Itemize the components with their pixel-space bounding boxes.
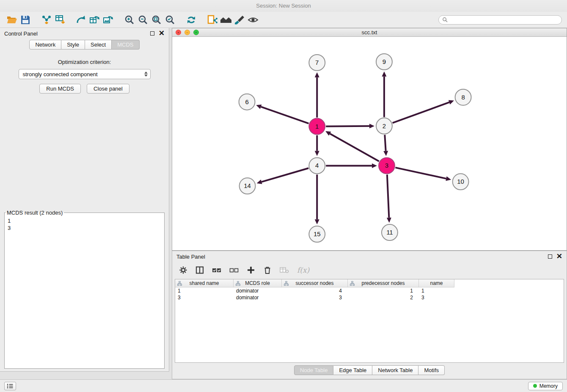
save-session-button[interactable] xyxy=(19,13,32,27)
tab-node-table[interactable]: Node Table xyxy=(294,365,334,375)
graph-edge-4-15[interactable] xyxy=(315,174,319,224)
graph-edge-3-11[interactable] xyxy=(387,174,391,223)
new-table-button[interactable] xyxy=(88,13,102,27)
cell-predecessor-nodes[interactable]: 1 xyxy=(348,287,419,294)
apply-style-button[interactable] xyxy=(233,13,246,27)
deselect-all-button[interactable] xyxy=(229,267,239,273)
svg-text:2: 2 xyxy=(383,122,386,130)
svg-text:3: 3 xyxy=(385,162,388,169)
tab-edge-table[interactable]: Edge Table xyxy=(333,365,372,375)
graph-edge-1-6[interactable] xyxy=(256,105,308,124)
graph-edge-1-7[interactable] xyxy=(315,72,319,118)
home-button[interactable] xyxy=(219,13,233,27)
graph-node-4[interactable]: 4 xyxy=(309,157,325,174)
close-table-panel-icon[interactable]: ✕ xyxy=(556,254,562,259)
column-header-shared-name[interactable]: shared name xyxy=(175,279,234,287)
graph-node-3[interactable]: 3 xyxy=(379,157,395,174)
zoom-in-button[interactable] xyxy=(123,13,136,27)
add-row-button[interactable] xyxy=(247,266,255,274)
cell-mcds-role[interactable]: dominator xyxy=(234,294,282,301)
cell-name[interactable]: 1 xyxy=(419,287,454,294)
select-all-button[interactable] xyxy=(212,267,221,273)
zoom-fit-button[interactable] xyxy=(150,13,163,27)
graph-edge-1-4[interactable] xyxy=(315,135,319,156)
cell-successor-nodes[interactable]: 3 xyxy=(282,294,348,301)
import-network-button[interactable] xyxy=(40,13,53,27)
graph-node-14[interactable]: 14 xyxy=(239,178,256,194)
control-panel: Control Panel ✕ Network Style Select MCD… xyxy=(0,28,169,372)
graph-node-9[interactable]: 9 xyxy=(376,54,392,70)
graph-edge-3-10[interactable] xyxy=(395,168,451,181)
graph-edge-2-3[interactable] xyxy=(383,135,388,156)
graph-edge-4-14[interactable] xyxy=(257,168,309,184)
svg-text:7: 7 xyxy=(315,59,319,66)
graph-edge-3-1[interactable] xyxy=(325,131,379,161)
tab-style[interactable]: Style xyxy=(61,40,85,50)
table-row[interactable]: 3 dominator 3 2 3 xyxy=(175,294,564,301)
cell-predecessor-nodes[interactable]: 2 xyxy=(348,294,419,301)
memory-status-icon xyxy=(533,384,537,388)
columns-icon xyxy=(195,266,204,274)
zoom-out-button[interactable] xyxy=(136,13,150,27)
graph-node-6[interactable]: 6 xyxy=(239,94,255,110)
table-panel: Table Panel ✕ xyxy=(172,251,567,379)
run-mcds-button[interactable]: Run MCDS xyxy=(39,84,81,94)
open-network-file-button[interactable] xyxy=(206,13,219,27)
graph-edge-4-3[interactable] xyxy=(326,163,377,168)
graph-edge-2-9[interactable] xyxy=(382,72,386,117)
function-builder-button[interactable]: f(x) xyxy=(297,266,309,274)
close-panel-icon[interactable]: ✕ xyxy=(159,30,165,36)
show-columns-button[interactable] xyxy=(195,266,204,274)
show-panels-button[interactable] xyxy=(4,382,16,390)
column-header-mcds-role[interactable]: MCDS role xyxy=(234,279,282,287)
graph-edge-2-8[interactable] xyxy=(393,100,454,123)
float-panel-icon[interactable] xyxy=(150,31,154,36)
graph-node-2[interactable]: 2 xyxy=(376,118,392,134)
network-canvas[interactable]: 7968124314101511 xyxy=(172,37,567,250)
table-settings-button[interactable] xyxy=(179,266,187,274)
cell-successor-nodes[interactable]: 4 xyxy=(282,287,348,294)
graph-node-10[interactable]: 10 xyxy=(453,174,469,190)
delete-row-button[interactable] xyxy=(263,266,272,274)
status-bar: Memory xyxy=(0,379,567,392)
folder-open-icon xyxy=(6,14,17,25)
network-view-window: scc.txt × − + 7968124314101511 xyxy=(172,28,567,251)
column-header-name[interactable]: name xyxy=(419,279,454,287)
mcds-result-group: MCDS result (2 nodes) 1 3 xyxy=(4,210,165,369)
cell-shared-name[interactable]: 1 xyxy=(175,287,234,294)
zoom-selected-button[interactable] xyxy=(163,13,177,27)
gear-icon xyxy=(179,266,187,274)
delete-table-button[interactable] xyxy=(280,267,289,273)
tab-motifs[interactable]: Motifs xyxy=(418,365,445,375)
close-panel-button[interactable]: Close panel xyxy=(87,84,129,94)
import-table-button[interactable] xyxy=(53,13,67,27)
tab-mcds[interactable]: MCDS xyxy=(112,40,139,50)
graph-node-8[interactable]: 8 xyxy=(455,89,471,105)
graph-node-1[interactable]: 1 xyxy=(309,119,325,135)
graph-node-15[interactable]: 15 xyxy=(309,226,325,242)
tab-select[interactable]: Select xyxy=(85,40,112,50)
column-header-predecessor-nodes[interactable]: predecessor nodes xyxy=(348,279,419,287)
optimization-criterion-select[interactable]: strongly connected component xyxy=(19,69,151,79)
float-table-panel-icon[interactable] xyxy=(548,254,552,259)
cell-name[interactable]: 3 xyxy=(419,294,454,301)
table-row[interactable]: 1 dominator 4 1 1 xyxy=(175,287,564,294)
graph-node-7[interactable]: 7 xyxy=(309,55,325,71)
graph-node-11[interactable]: 11 xyxy=(382,224,398,240)
new-network-button[interactable] xyxy=(74,13,88,27)
window-titlebar: Session: New Session xyxy=(0,0,567,12)
cell-shared-name[interactable]: 3 xyxy=(175,294,234,301)
show-hide-graphics-button[interactable] xyxy=(246,13,260,27)
column-header-successor-nodes[interactable]: successor nodes xyxy=(282,279,348,287)
node-table: shared name MCDS role successor nodes pr… xyxy=(175,279,564,363)
refresh-button[interactable] xyxy=(184,13,198,27)
search-box[interactable] xyxy=(438,15,562,25)
graph-edge-1-2[interactable] xyxy=(326,124,374,128)
tab-network[interactable]: Network xyxy=(29,40,61,50)
search-input[interactable] xyxy=(450,17,558,23)
memory-button[interactable]: Memory xyxy=(528,382,563,390)
export-image-button[interactable] xyxy=(102,13,115,27)
tab-network-table[interactable]: Network Table xyxy=(372,365,418,375)
cell-mcds-role[interactable]: dominator xyxy=(234,287,282,294)
open-session-button[interactable] xyxy=(5,13,19,27)
